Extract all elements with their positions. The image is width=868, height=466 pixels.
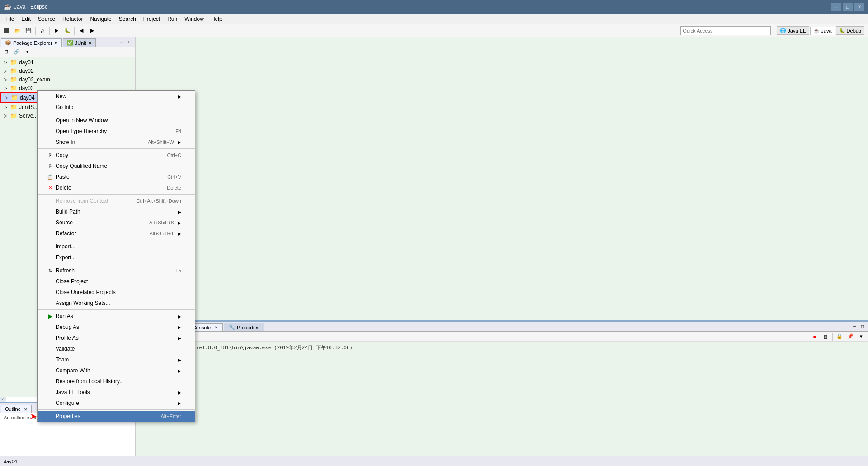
ctx-sep-2 [38, 148, 195, 149]
folder-icon-day02exam: 📁 [10, 76, 17, 83]
ctx-properties[interactable]: ➤ Properties Alt+Enter [38, 411, 195, 422]
menu-navigate[interactable]: Navigate [86, 14, 115, 24]
ctx-new-icon [47, 93, 54, 100]
context-menu: New ▶ Go Into Open in New Window Open Ty… [37, 90, 195, 422]
ctx-validate[interactable]: Validate [38, 343, 195, 354]
ctx-validate-icon [47, 345, 54, 352]
menu-run[interactable]: Run [164, 14, 181, 24]
ctx-debug-as[interactable]: Debug As ▶ [38, 322, 195, 333]
console-close-btn[interactable]: ✕ [214, 325, 218, 330]
minimize-panel-btn[interactable]: ─ [118, 38, 125, 45]
ctx-show-in[interactable]: Show In Alt+Shift+W ▶ [38, 137, 195, 147]
tab-close-junit[interactable]: ✕ [88, 41, 92, 45]
quick-access-input[interactable] [680, 26, 771, 35]
folder-icon-day02: 📁 [10, 67, 17, 74]
bottom-maximize-btn[interactable]: □ [859, 323, 866, 330]
ctx-profile-as[interactable]: Profile As ▶ [38, 333, 195, 343]
outline-close-btn[interactable]: ✕ [24, 407, 28, 412]
bottom-minimize-btn[interactable]: ─ [851, 323, 858, 330]
perspective-java[interactable]: ☕ Java [810, 27, 835, 35]
menu-window[interactable]: Window [181, 14, 208, 24]
explorer-tab-controls: ─ □ [118, 38, 133, 45]
tree-item-day02exam[interactable]: ▷ 📁 day02_exam [0, 75, 135, 84]
ctx-sep-6 [38, 309, 195, 310]
tab-junit[interactable]: ✅ JUnit ✕ [63, 38, 96, 47]
toolbar-save[interactable]: 💾 [24, 26, 33, 36]
menu-help[interactable]: Help [208, 14, 226, 24]
maximize-panel-btn[interactable]: □ [126, 38, 133, 45]
console-clear-btn[interactable]: 🗑 [821, 332, 830, 342]
ctx-debug-icon [47, 323, 54, 331]
toolbar-run[interactable]: ▶ [52, 26, 61, 36]
ctx-close-unrelated[interactable]: Close Unrelated Projects [38, 287, 195, 298]
menu-edit[interactable]: Edit [18, 14, 34, 24]
ctx-new[interactable]: New ▶ [38, 91, 195, 102]
menu-project[interactable]: Project [140, 14, 164, 24]
collapse-all-btn[interactable]: ⊟ [1, 47, 11, 57]
ctx-build-path[interactable]: Build Path ▶ [38, 206, 195, 217]
menu-file[interactable]: File [2, 14, 18, 24]
folder-icon-day01: 📁 [10, 59, 17, 66]
menu-source[interactable]: Source [34, 14, 59, 24]
arrow-day04: ▷ [5, 95, 9, 100]
ctx-close-proj-icon [47, 278, 54, 285]
ctx-assign-working-sets[interactable]: Assign Working Sets... [38, 298, 195, 309]
tab-package-explorer[interactable]: 📦 Package Explorer ✕ [1, 38, 62, 47]
ctx-delete[interactable]: ✕ Delete Delete [38, 182, 195, 193]
menu-refactor[interactable]: Refactor [59, 14, 86, 24]
ctx-compare-with[interactable]: Compare With ▶ [38, 365, 195, 376]
ctx-copy-icon: ⎘ [47, 152, 54, 159]
console-pin-btn[interactable]: 📌 [845, 332, 855, 342]
ctx-open-type-hierarchy[interactable]: Open Type Hierarchy F4 [38, 126, 195, 137]
ctx-close-project[interactable]: Close Project [38, 276, 195, 287]
tab-close-package[interactable]: ✕ [54, 41, 58, 45]
toolbar-print[interactable]: 🖨 [38, 26, 47, 36]
perspective-debug[interactable]: 🐛 Debug [836, 26, 864, 35]
minimize-button[interactable]: ─ [831, 3, 841, 11]
ctx-paste[interactable]: 📋 Paste Ctrl+V [38, 171, 195, 182]
console-view-btn[interactable]: ▾ [856, 332, 866, 342]
toolbar-sep-2 [49, 27, 50, 35]
ctx-refactor[interactable]: Refactor Alt+Shift+T ▶ [38, 228, 195, 239]
ctx-java-ee-tools[interactable]: Java EE Tools ▶ [38, 387, 195, 398]
view-menu-btn[interactable]: ▾ [23, 47, 33, 57]
ctx-team[interactable]: Team ▶ [38, 354, 195, 365]
explorer-toolbar: ⊟ 🔗 ▾ [0, 47, 135, 57]
ctx-go-into[interactable]: Go Into [38, 102, 195, 113]
ctx-copy[interactable]: ⎘ Copy Ctrl+C [38, 150, 195, 161]
link-editor-btn[interactable]: 🔗 [12, 47, 22, 57]
arrow-day03: ▷ [4, 86, 8, 90]
ctx-open-new-window[interactable]: Open in New Window [38, 115, 195, 126]
toolbar-prev[interactable]: ◀ [76, 26, 86, 36]
menu-search[interactable]: Search [115, 14, 140, 24]
ctx-configure[interactable]: Configure ▶ [38, 398, 195, 409]
perspective-javaee[interactable]: 🌐 Java EE [777, 26, 809, 35]
ctx-copy-qualified[interactable]: ⎘ Copy Qualified Name [38, 161, 195, 171]
maximize-button[interactable]: □ [843, 3, 853, 11]
toolbar-new[interactable]: ⬛ [2, 26, 12, 36]
toolbar-open[interactable]: 📂 [13, 26, 23, 36]
tab-properties[interactable]: 🔧 Properties [224, 323, 264, 331]
app-title: Java - Eclipse [14, 4, 831, 10]
ctx-restore-local[interactable]: Restore from Local History... [38, 376, 195, 387]
tree-item-day01[interactable]: ▷ 📁 day01 [0, 58, 135, 67]
toolbar-debug[interactable]: 🐛 [62, 26, 72, 36]
ctx-import-icon [47, 243, 54, 250]
toolbar-next[interactable]: ▶ [87, 26, 97, 36]
ctx-run-as[interactable]: ▶ Run As ▶ [38, 311, 195, 322]
console-scroll-lock-btn[interactable]: 🔒 [835, 332, 844, 342]
ctx-export[interactable]: Export... [38, 252, 195, 263]
arrow-junits: ▷ [4, 105, 8, 109]
ctx-source[interactable]: Source Alt+Shift+S ▶ [38, 217, 195, 228]
ctx-refresh[interactable]: ↻ Refresh F5 [38, 265, 195, 276]
tab-outline[interactable]: Outline ✕ [1, 405, 32, 413]
title-bar: ☕ Java - Eclipse ─ □ ✕ [0, 0, 868, 14]
ctx-remove-context: Remove from Context Ctrl+Alt+Shift+Down [38, 195, 195, 206]
tree-item-day02[interactable]: ▷ 📁 day02 [0, 67, 135, 75]
bottom-toolbar: ■ 🗑 🔒 📌 ▾ [136, 332, 868, 342]
ctx-import[interactable]: Import... [38, 241, 195, 252]
close-button[interactable]: ✕ [854, 3, 864, 11]
left-collapse-strip[interactable]: ‹ [0, 397, 6, 402]
window-controls: ─ □ ✕ [831, 3, 864, 11]
console-terminate-btn[interactable]: ■ [810, 332, 820, 342]
